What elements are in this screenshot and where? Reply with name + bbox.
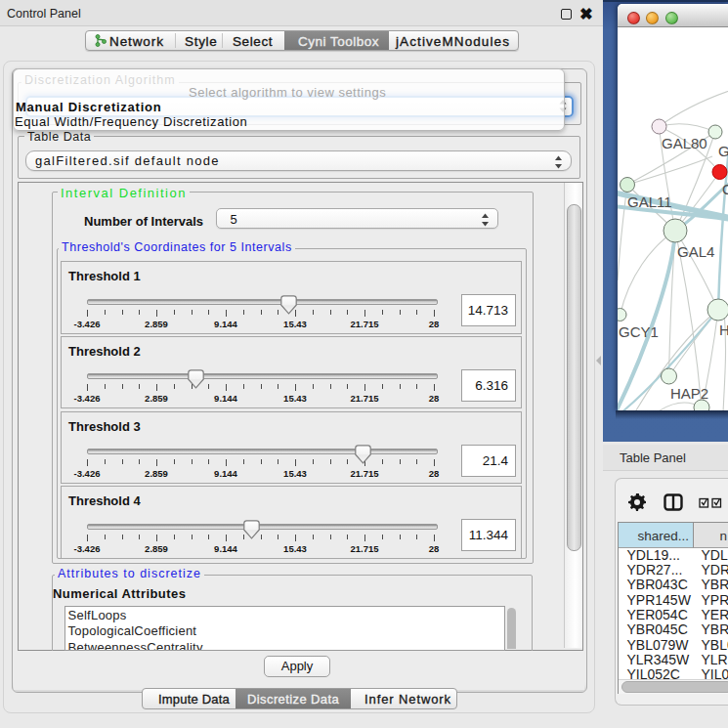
svg-text:H: H xyxy=(719,321,728,338)
svg-text:C: C xyxy=(722,181,728,197)
svg-text:HAP2: HAP2 xyxy=(670,385,708,402)
svg-text:GCY1: GCY1 xyxy=(619,323,659,340)
svg-text:GA: GA xyxy=(718,143,728,159)
svg-text:GAL11: GAL11 xyxy=(627,193,672,210)
svg-text:GAL80: GAL80 xyxy=(662,135,707,151)
svg-text:GAL4: GAL4 xyxy=(677,243,714,260)
